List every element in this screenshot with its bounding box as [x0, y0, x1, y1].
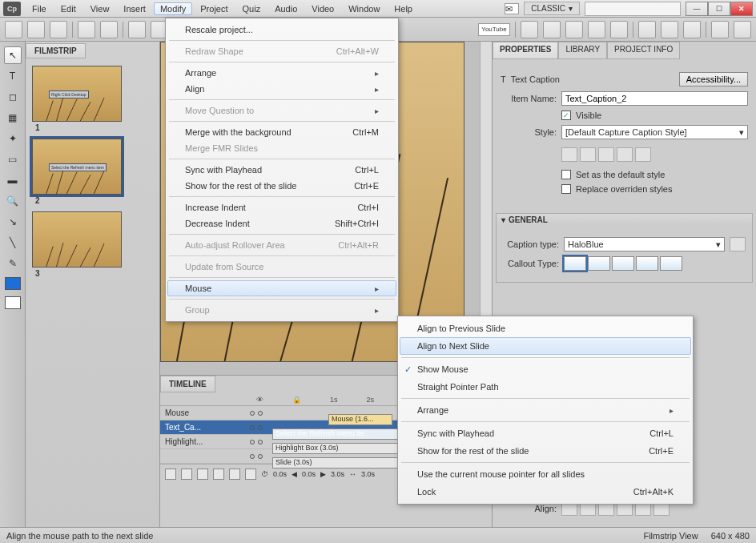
callout-4[interactable] [636, 256, 658, 271]
timeline-clip[interactable]: Highlight Box (3.0s) [272, 443, 400, 454]
fg-color[interactable] [5, 277, 21, 290]
minimize-button[interactable]: — [686, 2, 708, 16]
save-icon[interactable] [50, 21, 67, 38]
open-icon[interactable] [27, 21, 45, 38]
highlight-tool-icon[interactable]: ▦ [4, 109, 22, 127]
menu-item-decrease-indent[interactable]: Decrease IndentShift+Ctrl+I [167, 215, 396, 231]
stop-icon[interactable] [213, 469, 224, 480]
style-delete-icon[interactable] [617, 147, 633, 162]
menu-window[interactable]: Window [342, 2, 386, 15]
timeline-clip[interactable]: Mouse (1.6... [328, 414, 392, 425]
tb-h-icon[interactable] [683, 21, 701, 38]
style-dropdown[interactable]: [Default Capture Caption Style]▾ [561, 125, 748, 139]
tb-j-icon[interactable] [734, 21, 751, 38]
zoom-tool-icon[interactable]: 🔍 [4, 192, 22, 210]
workspace-switcher[interactable]: CLASSIC▾ [524, 2, 580, 15]
goto-end-icon[interactable] [245, 469, 256, 480]
wand-tool-icon[interactable]: ✦ [4, 130, 22, 147]
menu-item-align[interactable]: Align [167, 81, 396, 97]
menu-video[interactable]: Video [305, 2, 340, 15]
menu-item-increase-indent[interactable]: Increase IndentCtrl+I [167, 199, 396, 215]
menu-modify[interactable]: Modify [154, 2, 192, 15]
close-button[interactable]: ✕ [730, 2, 753, 16]
tb-g-icon[interactable] [661, 21, 678, 38]
arrow-tool-icon[interactable]: ↖ [4, 46, 22, 64]
youtube-icon[interactable]: YouTube [478, 23, 510, 36]
shape-tool-icon[interactable]: ◻ [4, 88, 22, 106]
menu-item-mouse[interactable]: Mouse [167, 280, 396, 296]
slide-thumb-2[interactable]: Select the Refresh menu item [32, 139, 122, 195]
callout-1[interactable] [564, 256, 586, 271]
browse-icon[interactable] [730, 237, 746, 251]
filmstrip-tab[interactable]: FILMSTRIP [26, 43, 86, 58]
menu-project[interactable]: Project [194, 2, 234, 15]
slide-thumb-1[interactable]: Right Click Desktop [32, 66, 122, 122]
callout-2[interactable] [588, 256, 610, 271]
submenu-item-align-to-previous-slide[interactable]: Align to Previous Slide [400, 320, 691, 337]
caption-type-dropdown[interactable]: HaloBlue▾ [564, 237, 725, 251]
new-icon[interactable] [5, 21, 22, 38]
tb-i-icon[interactable] [711, 21, 729, 38]
style-apply-icon[interactable] [635, 147, 651, 162]
undo-icon[interactable] [78, 21, 95, 38]
menu-item-show-for-the-rest-of-the-slide[interactable]: Show for the rest of the slideCtrl+E [167, 178, 396, 194]
timeline-tab[interactable]: TIMELINE [160, 376, 215, 392]
maximize-button[interactable]: ☐ [708, 2, 730, 16]
menu-insert[interactable]: Insert [117, 2, 152, 15]
play-icon[interactable] [197, 469, 208, 480]
menu-audio[interactable]: Audio [268, 2, 304, 15]
submenu-item-use-the-current-mouse-pointer-for-all-slides[interactable]: Use the current mouse pointer for all sl… [400, 465, 691, 483]
menu-view[interactable]: View [84, 2, 116, 15]
text-tool-icon[interactable]: T [4, 67, 22, 85]
tab-properties[interactable]: PROPERTIES [493, 42, 558, 59]
set-default-checkbox[interactable] [561, 170, 571, 179]
button-tool-icon[interactable]: ▬ [4, 171, 22, 189]
visible-checkbox[interactable]: ✓ [561, 111, 571, 120]
envelope-icon[interactable]: ✉ [505, 3, 519, 14]
timeline-clip[interactable]: Slide (3.0s) [272, 457, 400, 469]
menu-file[interactable]: File [26, 2, 53, 15]
submenu-item-sync-with-playhead[interactable]: Sync with PlayheadCtrl+L [400, 424, 691, 442]
slide-thumb-3[interactable] [32, 211, 122, 267]
menu-item-sync-with-playhead[interactable]: Sync with PlayheadCtrl+L [167, 162, 396, 178]
tab-library[interactable]: LIBRARY [558, 42, 607, 59]
menu-edit[interactable]: Edit [54, 2, 82, 15]
tb-b-icon[interactable] [543, 21, 561, 38]
replace-checkbox[interactable] [561, 184, 571, 194]
tb-c-icon[interactable] [565, 21, 583, 38]
pen-tool-icon[interactable]: ✎ [4, 255, 22, 272]
submenu-item-straight-pointer-path[interactable]: Straight Pointer Path [400, 378, 691, 396]
step-back-icon[interactable] [181, 469, 192, 480]
style-save-icon[interactable] [561, 147, 577, 162]
mouse-tool-icon[interactable]: ↘ [4, 213, 22, 231]
callout-3[interactable] [612, 256, 634, 271]
submenu-item-show-for-the-rest-of-the-slide[interactable]: Show for the rest of the slideCtrl+E [400, 442, 691, 460]
rect-tool-icon[interactable]: ▭ [4, 151, 22, 168]
menu-help[interactable]: Help [388, 2, 419, 15]
style-reset-icon[interactable] [598, 147, 614, 162]
tab-project-info[interactable]: PROJECT INFO [607, 42, 680, 59]
tb-f-icon[interactable] [638, 21, 656, 38]
menu-item-merge-with-the-background[interactable]: Merge with the backgroundCtrl+M [167, 124, 396, 140]
tb-a-icon[interactable] [521, 21, 538, 38]
tb-e-icon[interactable] [610, 21, 628, 38]
submenu-item-show-mouse[interactable]: ✓Show Mouse [400, 360, 691, 378]
menu-quiz[interactable]: Quiz [236, 2, 267, 15]
submenu-item-lock[interactable]: LockCtrl+Alt+K [400, 483, 691, 501]
line-tool-icon[interactable]: ╲ [4, 234, 22, 251]
accessibility-button[interactable]: Accessibility... [679, 72, 748, 86]
style-new-icon[interactable] [580, 147, 596, 162]
timeline-clip[interactable]: Select the Refresh menu ite... [272, 428, 400, 440]
submenu-item-arrange[interactable]: Arrange [400, 401, 691, 419]
menu-item-rescale-project-[interactable]: Rescale project... [167, 22, 396, 38]
goto-start-icon[interactable] [165, 469, 176, 480]
item-name-input[interactable] [561, 91, 748, 106]
callout-5[interactable] [660, 256, 682, 271]
menu-item-arrange[interactable]: Arrange [167, 65, 396, 81]
tb-d-icon[interactable] [588, 21, 605, 38]
step-fwd-icon[interactable] [229, 469, 240, 480]
search-input[interactable] [585, 2, 681, 16]
bg-color[interactable] [5, 296, 21, 309]
submenu-item-align-to-next-slide[interactable]: Align to Next Slide [400, 337, 691, 355]
record-icon[interactable] [128, 21, 146, 38]
